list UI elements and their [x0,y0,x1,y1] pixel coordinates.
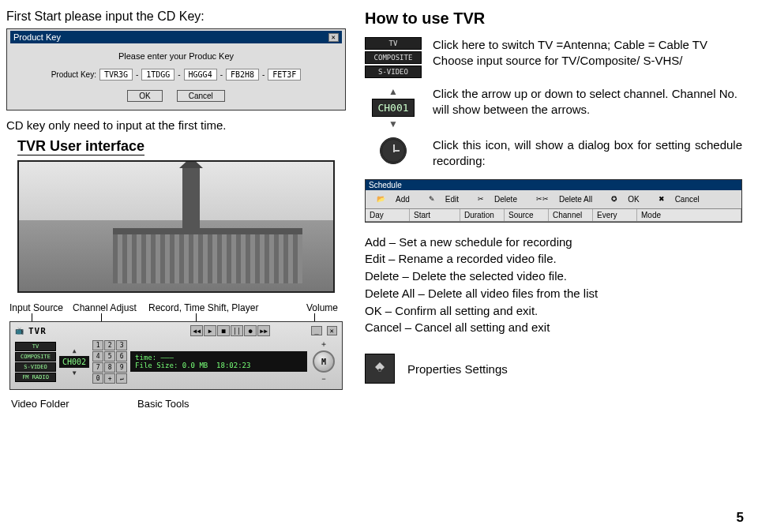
label-video-folder: Video Folder [11,398,137,410]
key-seg-2[interactable] [141,69,174,81]
video-preview-image [17,160,335,293]
col-duration: Duration [460,209,505,221]
col-source: Source [505,209,549,221]
cancel-button[interactable]: Cancel [177,90,225,102]
col-channel: Channel [549,209,593,221]
window-close-icon[interactable]: ✕ [327,326,337,335]
properties-text: Properties Settings [407,362,508,376]
src-tv[interactable]: TV [15,342,56,351]
transport-4[interactable]: || [231,325,243,336]
transport-6[interactable]: ▶▶ [257,325,270,336]
pencil-icon: ✎ [425,194,439,204]
col-day: Day [366,209,410,221]
src-svideo-label: S-VIDEO [365,66,422,78]
col-mode: Mode [637,209,741,221]
arrow-up-icon: ▲ [388,86,398,97]
key-seg-4[interactable] [226,69,259,81]
player-logo-icon: 📺 [15,327,24,335]
product-key-dialog: Product Key ✕ Please enter your Produc K… [6,28,346,111]
transport-1[interactable]: ◀◀ [190,325,203,336]
src-composite-label: COMPOSITE [365,51,422,64]
scissors-icon: ✂ [474,194,488,204]
transport-2[interactable]: ▶ [204,325,216,336]
channel-text: Click the arrow up or down to select cha… [433,86,742,118]
sched-delete[interactable]: ✂Delete [470,193,525,205]
source-text: Click here to switch TV =Antenna; Cable … [433,37,707,69]
key-seg-3[interactable] [184,69,217,81]
sched-ok[interactable]: ✪OK [603,193,647,205]
transport-5[interactable]: ● [244,325,257,336]
double-scissors-icon: ✂✂ [532,194,553,204]
player-brand: TVR [28,326,47,336]
key-seg-1[interactable] [99,69,133,81]
lcd-display: time: ——— File Size: 0.0 MB 18:02:23 [130,351,307,372]
page-number: 5 [737,510,744,526]
cd-key-note: CD key only need to input at the first t… [6,118,346,132]
dialog-title: Product Key [13,32,61,42]
ok-button[interactable]: OK [127,90,162,102]
vol-down-icon[interactable]: － [320,373,328,384]
src-tv-label: TV [365,37,422,50]
volume-dial[interactable]: M [313,350,335,373]
def-cancel: Cancel – Cancel all setting and exit [365,319,742,336]
tvr-player: 📺 TVR ◀◀ ▶ ■ || ● ▶▶ _ ✕ TV COMPOSITE [9,321,343,390]
sched-delete-all[interactable]: ✂✂Delete All [528,193,600,205]
arrow-down-icon: ▼ [388,118,398,129]
numpad[interactable]: 123 456 789 0+↵ [92,340,127,384]
key-seg-5[interactable] [268,69,301,81]
def-add: Add – Set a new schedule for recording [365,234,742,251]
clock-icon [380,137,407,164]
label-volume: Volume [298,302,338,313]
source-selector-image: TV COMPOSITE S-VIDEO [365,37,422,78]
properties-icon [365,354,395,384]
sched-edit[interactable]: ✎Edit [421,193,467,205]
vol-up-icon[interactable]: ＋ [320,339,328,350]
sched-add[interactable]: 📂Add [369,193,418,205]
sched-cancel[interactable]: ✖Cancel [651,193,707,205]
schedule-title: Schedule [366,180,741,190]
def-delete: Delete – Delete the selected video file. [365,268,742,285]
def-delete-all: Delete All – Delete all video files from… [365,285,742,302]
label-record: Record, Time Shift, Player [148,302,291,313]
label-basic-tools: Basic Tools [137,398,338,410]
src-svideo[interactable]: S-VIDEO [15,362,56,372]
ch-display: CH001 [372,99,414,117]
window-min-icon[interactable]: _ [311,326,321,335]
tvr-interface-heading: TVR User interface [17,138,144,155]
col-every: Every [593,209,637,221]
intro-text: First Start please input the CD Key: [6,9,346,24]
def-edit: Edit – Rename a recorded video file. [365,250,742,268]
product-key-label: Product Key: [51,70,96,79]
label-input-source: Input Source [9,302,65,313]
col-start: Start [410,209,460,221]
transport-3[interactable]: ■ [217,325,230,336]
channel-display: CH002 [59,356,89,368]
channel-selector-image: ▲ CH001 ▼ [365,86,422,129]
schedule-dialog: Schedule 📂Add ✎Edit ✂Delete ✂✂Delete All… [365,179,742,223]
label-channel-adjust: Channel Adjust [73,302,141,313]
close-icon[interactable]: ✕ [328,33,339,42]
clock-text: Click this icon, will show a dialog box … [433,137,742,170]
dialog-prompt: Please enter your Produc Key [17,51,336,61]
definitions-list: Add – Set a new schedule for recording E… [365,234,742,337]
src-composite[interactable]: COMPOSITE [15,352,56,362]
ok-icon: ✪ [607,194,621,204]
def-ok: OK – Confirm all setting and exit. [365,302,742,320]
src-fmradio[interactable]: FM RADIO [15,373,56,382]
cancel-icon: ✖ [655,194,669,204]
folder-icon: 📂 [373,194,389,204]
how-to-heading: How to use TVR [365,9,742,28]
